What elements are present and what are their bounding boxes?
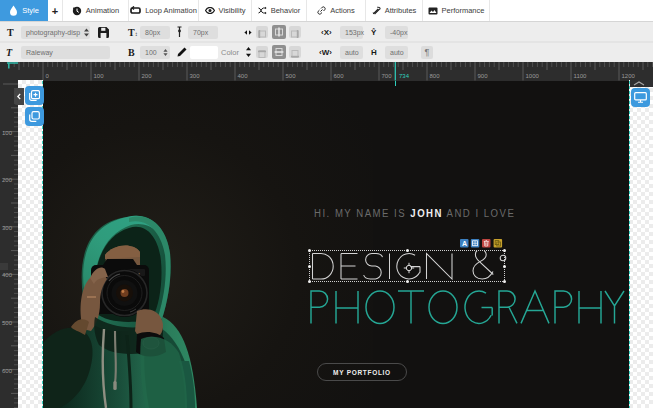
- svg-text:600: 600: [334, 73, 345, 79]
- svg-text:400: 400: [238, 73, 249, 79]
- svg-text:200: 200: [2, 177, 13, 183]
- svg-text:500: 500: [2, 320, 13, 326]
- svg-text:300: 300: [2, 225, 13, 231]
- svg-text:500: 500: [286, 73, 297, 79]
- svg-text:1100: 1100: [574, 73, 588, 79]
- svg-text:900: 900: [478, 73, 489, 79]
- svg-text:300: 300: [190, 73, 201, 79]
- svg-text:1000: 1000: [526, 73, 540, 79]
- svg-text:800: 800: [430, 73, 441, 79]
- svg-text:100: 100: [2, 130, 13, 136]
- svg-text:1200: 1200: [622, 73, 636, 79]
- svg-text:700: 700: [382, 73, 393, 79]
- svg-text:200: 200: [142, 73, 153, 79]
- svg-text:734: 734: [399, 73, 410, 79]
- svg-text:A: A: [462, 240, 467, 247]
- svg-text:600: 600: [2, 368, 13, 374]
- svg-text:100: 100: [94, 73, 105, 79]
- svg-text:400: 400: [2, 272, 13, 278]
